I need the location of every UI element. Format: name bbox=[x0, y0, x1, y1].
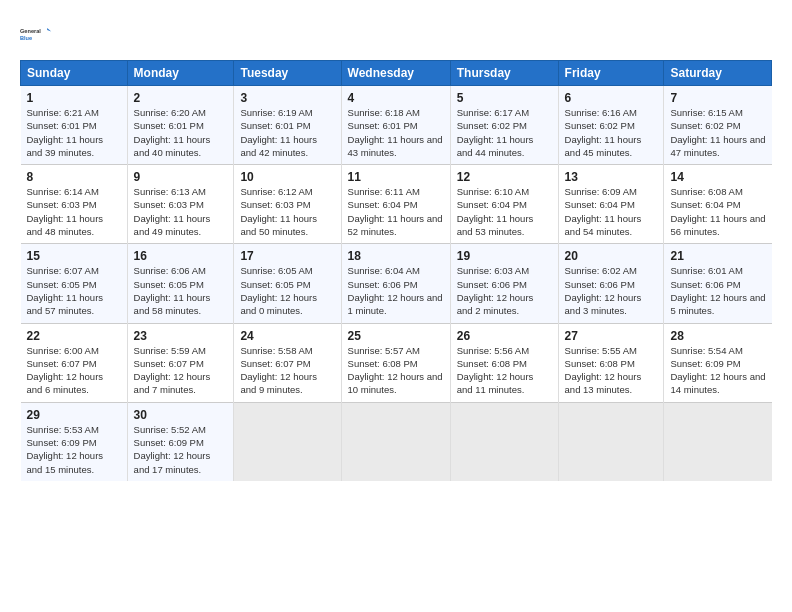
day-info: Sunrise: 6:21 AM Sunset: 6:01 PM Dayligh… bbox=[27, 106, 121, 159]
day-cell: 22 Sunrise: 6:00 AM Sunset: 6:07 PM Dayl… bbox=[21, 323, 128, 402]
column-header-monday: Monday bbox=[127, 61, 234, 86]
day-cell bbox=[450, 402, 558, 481]
day-number: 14 bbox=[670, 170, 765, 184]
day-cell: 12 Sunrise: 6:10 AM Sunset: 6:04 PM Dayl… bbox=[450, 165, 558, 244]
column-header-thursday: Thursday bbox=[450, 61, 558, 86]
day-info: Sunrise: 5:55 AM Sunset: 6:08 PM Dayligh… bbox=[565, 344, 658, 397]
day-cell: 18 Sunrise: 6:04 AM Sunset: 6:06 PM Dayl… bbox=[341, 244, 450, 323]
day-info: Sunrise: 6:00 AM Sunset: 6:07 PM Dayligh… bbox=[27, 344, 121, 397]
day-info: Sunrise: 6:20 AM Sunset: 6:01 PM Dayligh… bbox=[134, 106, 228, 159]
day-cell: 7 Sunrise: 6:15 AM Sunset: 6:02 PM Dayli… bbox=[664, 86, 772, 165]
svg-text:Blue: Blue bbox=[20, 35, 32, 41]
day-cell: 15 Sunrise: 6:07 AM Sunset: 6:05 PM Dayl… bbox=[21, 244, 128, 323]
day-info: Sunrise: 6:19 AM Sunset: 6:01 PM Dayligh… bbox=[240, 106, 334, 159]
day-info: Sunrise: 5:54 AM Sunset: 6:09 PM Dayligh… bbox=[670, 344, 765, 397]
day-info: Sunrise: 6:13 AM Sunset: 6:03 PM Dayligh… bbox=[134, 185, 228, 238]
day-cell: 21 Sunrise: 6:01 AM Sunset: 6:06 PM Dayl… bbox=[664, 244, 772, 323]
day-cell bbox=[664, 402, 772, 481]
day-info: Sunrise: 6:03 AM Sunset: 6:06 PM Dayligh… bbox=[457, 264, 552, 317]
day-cell bbox=[234, 402, 341, 481]
svg-text:General: General bbox=[20, 28, 41, 34]
day-number: 26 bbox=[457, 329, 552, 343]
day-number: 6 bbox=[565, 91, 658, 105]
column-header-sunday: Sunday bbox=[21, 61, 128, 86]
day-info: Sunrise: 6:04 AM Sunset: 6:06 PM Dayligh… bbox=[348, 264, 444, 317]
day-info: Sunrise: 6:08 AM Sunset: 6:04 PM Dayligh… bbox=[670, 185, 765, 238]
day-number: 2 bbox=[134, 91, 228, 105]
day-info: Sunrise: 6:06 AM Sunset: 6:05 PM Dayligh… bbox=[134, 264, 228, 317]
day-cell: 10 Sunrise: 6:12 AM Sunset: 6:03 PM Dayl… bbox=[234, 165, 341, 244]
day-number: 15 bbox=[27, 249, 121, 263]
day-number: 12 bbox=[457, 170, 552, 184]
day-cell: 23 Sunrise: 5:59 AM Sunset: 6:07 PM Dayl… bbox=[127, 323, 234, 402]
calendar-header: SundayMondayTuesdayWednesdayThursdayFrid… bbox=[21, 61, 772, 86]
day-number: 24 bbox=[240, 329, 334, 343]
day-number: 20 bbox=[565, 249, 658, 263]
svg-marker-2 bbox=[47, 28, 51, 32]
day-info: Sunrise: 6:14 AM Sunset: 6:03 PM Dayligh… bbox=[27, 185, 121, 238]
day-number: 8 bbox=[27, 170, 121, 184]
day-number: 16 bbox=[134, 249, 228, 263]
day-info: Sunrise: 6:12 AM Sunset: 6:03 PM Dayligh… bbox=[240, 185, 334, 238]
day-info: Sunrise: 6:18 AM Sunset: 6:01 PM Dayligh… bbox=[348, 106, 444, 159]
day-number: 19 bbox=[457, 249, 552, 263]
day-info: Sunrise: 5:58 AM Sunset: 6:07 PM Dayligh… bbox=[240, 344, 334, 397]
week-row-5: 29 Sunrise: 5:53 AM Sunset: 6:09 PM Dayl… bbox=[21, 402, 772, 481]
day-number: 9 bbox=[134, 170, 228, 184]
logo: General Blue bbox=[20, 18, 52, 50]
day-cell: 14 Sunrise: 6:08 AM Sunset: 6:04 PM Dayl… bbox=[664, 165, 772, 244]
day-number: 25 bbox=[348, 329, 444, 343]
day-cell: 19 Sunrise: 6:03 AM Sunset: 6:06 PM Dayl… bbox=[450, 244, 558, 323]
day-number: 29 bbox=[27, 408, 121, 422]
day-number: 13 bbox=[565, 170, 658, 184]
day-info: Sunrise: 5:57 AM Sunset: 6:08 PM Dayligh… bbox=[348, 344, 444, 397]
calendar-table: SundayMondayTuesdayWednesdayThursdayFrid… bbox=[20, 60, 772, 481]
week-row-3: 15 Sunrise: 6:07 AM Sunset: 6:05 PM Dayl… bbox=[21, 244, 772, 323]
day-cell: 29 Sunrise: 5:53 AM Sunset: 6:09 PM Dayl… bbox=[21, 402, 128, 481]
day-number: 10 bbox=[240, 170, 334, 184]
day-info: Sunrise: 5:59 AM Sunset: 6:07 PM Dayligh… bbox=[134, 344, 228, 397]
day-info: Sunrise: 6:05 AM Sunset: 6:05 PM Dayligh… bbox=[240, 264, 334, 317]
day-cell: 6 Sunrise: 6:16 AM Sunset: 6:02 PM Dayli… bbox=[558, 86, 664, 165]
day-info: Sunrise: 6:11 AM Sunset: 6:04 PM Dayligh… bbox=[348, 185, 444, 238]
week-row-4: 22 Sunrise: 6:00 AM Sunset: 6:07 PM Dayl… bbox=[21, 323, 772, 402]
day-cell: 16 Sunrise: 6:06 AM Sunset: 6:05 PM Dayl… bbox=[127, 244, 234, 323]
week-row-2: 8 Sunrise: 6:14 AM Sunset: 6:03 PM Dayli… bbox=[21, 165, 772, 244]
day-info: Sunrise: 6:09 AM Sunset: 6:04 PM Dayligh… bbox=[565, 185, 658, 238]
day-info: Sunrise: 6:15 AM Sunset: 6:02 PM Dayligh… bbox=[670, 106, 765, 159]
day-number: 5 bbox=[457, 91, 552, 105]
day-cell: 26 Sunrise: 5:56 AM Sunset: 6:08 PM Dayl… bbox=[450, 323, 558, 402]
day-info: Sunrise: 5:52 AM Sunset: 6:09 PM Dayligh… bbox=[134, 423, 228, 476]
day-number: 18 bbox=[348, 249, 444, 263]
column-header-saturday: Saturday bbox=[664, 61, 772, 86]
day-cell: 11 Sunrise: 6:11 AM Sunset: 6:04 PM Dayl… bbox=[341, 165, 450, 244]
day-number: 7 bbox=[670, 91, 765, 105]
day-number: 11 bbox=[348, 170, 444, 184]
day-cell: 20 Sunrise: 6:02 AM Sunset: 6:06 PM Dayl… bbox=[558, 244, 664, 323]
day-info: Sunrise: 6:17 AM Sunset: 6:02 PM Dayligh… bbox=[457, 106, 552, 159]
calendar-body: 1 Sunrise: 6:21 AM Sunset: 6:01 PM Dayli… bbox=[21, 86, 772, 481]
day-cell: 30 Sunrise: 5:52 AM Sunset: 6:09 PM Dayl… bbox=[127, 402, 234, 481]
week-row-1: 1 Sunrise: 6:21 AM Sunset: 6:01 PM Dayli… bbox=[21, 86, 772, 165]
day-cell: 1 Sunrise: 6:21 AM Sunset: 6:01 PM Dayli… bbox=[21, 86, 128, 165]
day-cell: 4 Sunrise: 6:18 AM Sunset: 6:01 PM Dayli… bbox=[341, 86, 450, 165]
day-cell: 9 Sunrise: 6:13 AM Sunset: 6:03 PM Dayli… bbox=[127, 165, 234, 244]
day-number: 17 bbox=[240, 249, 334, 263]
day-cell bbox=[558, 402, 664, 481]
day-cell: 13 Sunrise: 6:09 AM Sunset: 6:04 PM Dayl… bbox=[558, 165, 664, 244]
day-info: Sunrise: 6:10 AM Sunset: 6:04 PM Dayligh… bbox=[457, 185, 552, 238]
day-number: 30 bbox=[134, 408, 228, 422]
day-cell bbox=[341, 402, 450, 481]
day-number: 23 bbox=[134, 329, 228, 343]
day-number: 4 bbox=[348, 91, 444, 105]
day-cell: 8 Sunrise: 6:14 AM Sunset: 6:03 PM Dayli… bbox=[21, 165, 128, 244]
day-info: Sunrise: 6:16 AM Sunset: 6:02 PM Dayligh… bbox=[565, 106, 658, 159]
day-info: Sunrise: 6:07 AM Sunset: 6:05 PM Dayligh… bbox=[27, 264, 121, 317]
day-number: 3 bbox=[240, 91, 334, 105]
day-info: Sunrise: 6:02 AM Sunset: 6:06 PM Dayligh… bbox=[565, 264, 658, 317]
day-info: Sunrise: 5:53 AM Sunset: 6:09 PM Dayligh… bbox=[27, 423, 121, 476]
day-cell: 27 Sunrise: 5:55 AM Sunset: 6:08 PM Dayl… bbox=[558, 323, 664, 402]
column-header-friday: Friday bbox=[558, 61, 664, 86]
day-number: 21 bbox=[670, 249, 765, 263]
column-header-tuesday: Tuesday bbox=[234, 61, 341, 86]
